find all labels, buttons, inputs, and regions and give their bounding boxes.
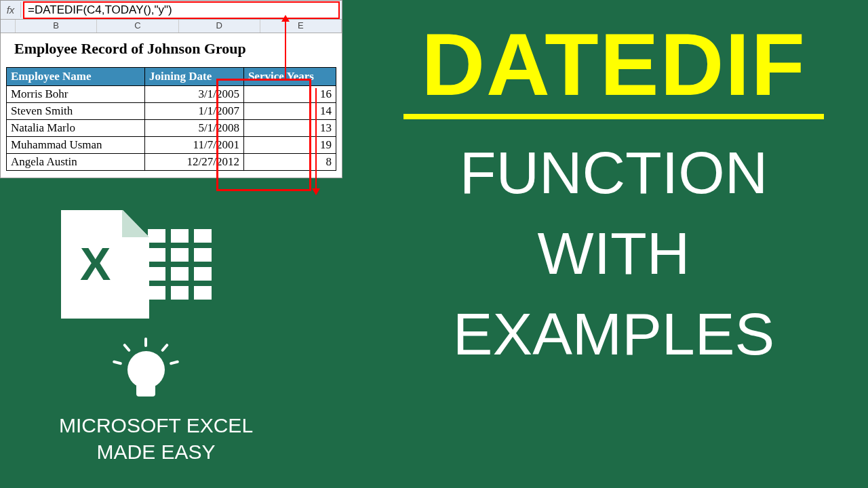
col-header-d[interactable]: D xyxy=(179,20,260,33)
col-header-b[interactable]: B xyxy=(16,20,97,33)
fx-icon: fx xyxy=(1,2,21,18)
cell-date[interactable]: 11/7/2001 xyxy=(145,137,244,154)
cell-years[interactable]: 13 xyxy=(243,120,336,137)
cell-name[interactable]: Angela Austin xyxy=(7,154,145,171)
excel-logo-icon: X xyxy=(61,203,210,325)
cell-years[interactable]: 19 xyxy=(243,137,336,154)
table-header-row: Employee Name Joining Date Service Years xyxy=(7,68,336,86)
tagline: MICROSOFT EXCEL MADE EASY xyxy=(27,412,285,465)
header-joining-date[interactable]: Joining Date xyxy=(145,68,244,86)
arrow-down xyxy=(315,88,317,190)
cell-name[interactable]: Natalia Marlo xyxy=(7,120,145,137)
cell-date[interactable]: 1/1/2007 xyxy=(145,103,244,120)
table-row[interactable]: Morris Bohr3/1/200516 xyxy=(7,86,336,103)
cell-years[interactable]: 14 xyxy=(243,103,336,120)
cell-years[interactable]: 16 xyxy=(243,86,336,103)
cell-name[interactable]: Morris Bohr xyxy=(7,86,145,103)
subline-with: WITH xyxy=(380,214,848,294)
formula-input[interactable]: =DATEDIF(C4,TODAY(),"y") xyxy=(24,2,339,18)
excel-x-letter: X xyxy=(80,237,111,290)
cell-date[interactable]: 3/1/2005 xyxy=(145,86,244,103)
formula-bar: fx =DATEDIF(C4,TODAY(),"y") xyxy=(1,1,342,20)
column-headers: B C D E xyxy=(1,20,342,33)
subline-examples: EXAMPLES xyxy=(380,294,848,375)
cell-date[interactable]: 12/27/2012 xyxy=(145,154,244,171)
sheet-body: Employee Record of Johnson Group Employe… xyxy=(1,33,342,178)
tagline-line2: MADE EASY xyxy=(27,439,285,465)
header-employee-name[interactable]: Employee Name xyxy=(7,68,145,86)
headline-datedif: DATEDIF xyxy=(380,20,848,108)
cell-date[interactable]: 5/1/2008 xyxy=(145,120,244,137)
table-row[interactable]: Steven Smith1/1/200714 xyxy=(7,103,336,120)
headline-underline xyxy=(403,114,824,119)
cell-name[interactable]: Muhammad Usman xyxy=(7,137,145,154)
cell-years[interactable]: 8 xyxy=(243,154,336,171)
headline-panel: DATEDIF FUNCTION WITH EXAMPLES xyxy=(380,20,848,374)
excel-screenshot: fx =DATEDIF(C4,TODAY(),"y") B C D E Empl… xyxy=(0,0,342,178)
subline-function: FUNCTION xyxy=(380,133,848,214)
employee-table: Employee Name Joining Date Service Years… xyxy=(6,67,336,171)
cell-name[interactable]: Steven Smith xyxy=(7,103,145,120)
lightbulb-icon xyxy=(119,339,173,407)
arrow-up xyxy=(285,20,286,80)
col-header-c[interactable]: C xyxy=(97,20,178,33)
tagline-line1: MICROSOFT EXCEL xyxy=(27,412,285,439)
table-row[interactable]: Angela Austin12/27/20128 xyxy=(7,154,336,171)
table-row[interactable]: Muhammad Usman11/7/200119 xyxy=(7,137,336,154)
col-header-e[interactable]: E xyxy=(260,20,342,33)
table-row[interactable]: Natalia Marlo5/1/200813 xyxy=(7,120,336,137)
sheet-title: Employee Record of Johnson Group xyxy=(6,37,336,67)
header-service-years[interactable]: Service Years xyxy=(243,68,336,86)
